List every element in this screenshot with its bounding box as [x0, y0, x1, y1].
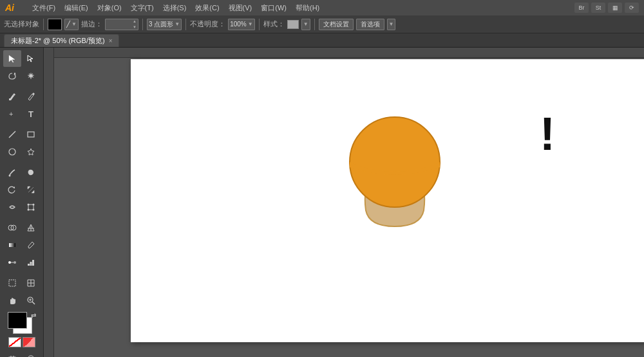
ruler-left [44, 48, 54, 357]
menu-file[interactable]: 文件(F) [28, 2, 59, 14]
artboard-tool[interactable] [3, 275, 21, 291]
menu-text[interactable]: 文字(T) [127, 2, 158, 14]
stroke-type-dropdown[interactable]: ╱ ▼ [64, 19, 79, 30]
extra-tool-row [3, 351, 40, 357]
stroke-spinbox[interactable]: ▲ ▼ [105, 19, 138, 30]
title-menu: 文件(F) 编辑(E) 对象(O) 文字(T) 选择(S) 效果(C) 视图(V… [28, 2, 569, 14]
style-arrow: ▼ [303, 21, 308, 27]
red-color-btn[interactable] [23, 337, 35, 347]
paintbrush-tool[interactable] [3, 164, 21, 181]
canvas-area: ! [44, 48, 644, 357]
warp-tool[interactable] [3, 199, 21, 215]
main-area: + T [0, 48, 644, 357]
point-type-label: 3 点圆形 [149, 20, 173, 29]
stroke-up[interactable]: ▲ [131, 19, 138, 24]
extra-tool-2[interactable] [22, 351, 40, 357]
pen-tool[interactable] [3, 88, 21, 105]
svg-point-12 [33, 209, 35, 211]
rotate-tool[interactable] [3, 181, 21, 198]
menu-edit[interactable]: 编辑(E) [61, 2, 92, 14]
document-tab[interactable]: 未标题-2* @ 50% (RGB/预览) × [4, 34, 119, 47]
fill-swatch[interactable] [48, 19, 62, 30]
color-swatches: ⇄ [8, 312, 36, 335]
blend-tool[interactable] [3, 254, 21, 271]
doc-settings-button[interactable]: 文档设置 [319, 19, 354, 30]
shape-builder-tool[interactable] [3, 219, 21, 236]
none-color-btn[interactable] [8, 337, 21, 347]
style-swatch[interactable] [287, 20, 299, 29]
stroke-label: 描边： [81, 19, 102, 29]
svg-rect-0 [9, 98, 11, 100]
svg-line-24 [32, 302, 35, 304]
toolbar-separator-5 [314, 19, 315, 30]
stock-icon[interactable]: St [591, 3, 605, 13]
menu-view[interactable]: 视图(V) [225, 2, 256, 14]
menu-window[interactable]: 窗口(W) [257, 2, 290, 14]
lasso-tool[interactable] [3, 68, 21, 84]
svg-rect-8 [28, 205, 33, 210]
blob-brush-tool[interactable] [22, 164, 40, 181]
tool-row-7 [3, 164, 40, 181]
tool-row-13 [3, 275, 40, 291]
ellipse-tool[interactable] [3, 143, 21, 160]
sync-icon[interactable]: ⟳ [625, 3, 639, 13]
opacity-label: 不透明度： [190, 19, 225, 29]
menu-select[interactable]: 选择(S) [159, 2, 191, 14]
svg-line-3 [9, 131, 15, 138]
swap-colors-icon[interactable]: ⇄ [31, 312, 36, 319]
pencil-tool[interactable] [22, 88, 40, 105]
direct-selection-tool[interactable] [22, 50, 40, 67]
menu-object[interactable]: 对象(O) [93, 2, 126, 14]
foreground-color-swatch[interactable] [8, 312, 27, 329]
artboard: ! [131, 59, 644, 342]
magic-wand-tool[interactable] [22, 68, 40, 84]
gradient-tool[interactable] [3, 237, 21, 253]
tool-row-11 [3, 237, 40, 253]
rect-tool[interactable] [22, 126, 40, 143]
svg-text:T: T [28, 109, 33, 118]
toolbar-separator-3 [185, 19, 186, 30]
svg-rect-20 [30, 262, 32, 266]
menu-help[interactable]: 帮助(H) [292, 2, 323, 14]
no-selection-label: 无选择对象 [4, 19, 39, 29]
chart-tool[interactable] [22, 254, 40, 271]
tool-row-2 [3, 68, 40, 84]
style-dropdown[interactable]: ▼ [301, 19, 310, 30]
eyedropper-tool[interactable] [22, 237, 40, 253]
perspective-tool[interactable] [22, 219, 40, 236]
tool-row-14 [3, 292, 40, 309]
scale-tool[interactable] [22, 181, 40, 198]
opacity-arrow: ▼ [248, 21, 253, 27]
svg-point-17 [8, 261, 11, 264]
type-tool[interactable]: T [22, 105, 40, 122]
svg-marker-6 [28, 149, 34, 155]
add-anchor-tool[interactable]: + [3, 105, 21, 122]
svg-line-16 [32, 242, 34, 244]
selection-tool[interactable] [3, 50, 21, 67]
tab-close-button[interactable]: × [109, 37, 113, 44]
line-tool[interactable] [3, 126, 21, 143]
extra-dropdown[interactable]: ▼ [387, 19, 396, 30]
stroke-spinbox-buttons[interactable]: ▲ ▼ [131, 19, 138, 30]
slice-tool[interactable] [22, 275, 40, 291]
extra-tool-1[interactable] [3, 351, 21, 357]
preferences-button[interactable]: 首选项 [356, 19, 384, 30]
svg-rect-22 [9, 280, 15, 286]
opacity-dropdown[interactable]: 100% ▼ [228, 19, 255, 30]
stroke-down[interactable]: ▼ [131, 24, 138, 30]
bridge-icon[interactable]: Br [574, 3, 589, 13]
stroke-input[interactable] [106, 19, 131, 30]
tool-row-8 [3, 181, 40, 198]
grid-icon[interactable]: ▦ [608, 3, 622, 13]
point-type-dropdown[interactable]: 3 点圆形 ▼ [147, 19, 182, 30]
tool-row-9 [3, 199, 40, 215]
tool-row-6 [3, 143, 40, 160]
extra-arrow: ▼ [389, 21, 394, 27]
hand-tool[interactable] [3, 292, 21, 309]
menu-effect[interactable]: 效果(C) [191, 2, 223, 14]
free-transform-tool[interactable] [22, 199, 40, 215]
svg-point-7 [9, 175, 11, 177]
tool-row-3 [3, 88, 40, 105]
star-tool[interactable] [22, 143, 40, 160]
zoom-tool[interactable] [22, 292, 40, 309]
